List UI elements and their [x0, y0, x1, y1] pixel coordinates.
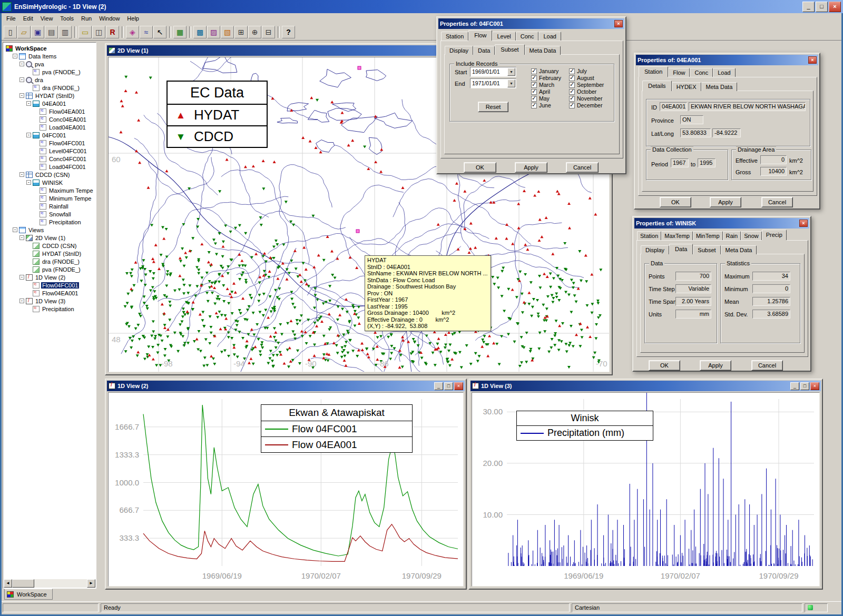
ok-button[interactable]: OK	[649, 360, 680, 371]
tree-item-conc04ea001[interactable]: Conc04EA001	[5, 115, 95, 123]
run-report-button[interactable]: R	[106, 26, 119, 38]
tab-level[interactable]: Level	[492, 32, 515, 41]
precip-chart-legend[interactable]: Winisk Precipitation (mm)	[516, 411, 653, 441]
color-scale-button[interactable]: ▨	[207, 26, 220, 38]
ok-button[interactable]: OK	[660, 197, 691, 207]
tab-details[interactable]: Details	[642, 81, 672, 91]
menu-run[interactable]: Run	[77, 14, 95, 23]
tab-hydex[interactable]: HYDEX	[672, 82, 701, 91]
tab-station[interactable]: Station	[441, 32, 468, 41]
tree-item-conc04fc001[interactable]: Conc04FC001	[5, 155, 95, 163]
tree-item-load04ea001[interactable]: Load04EA001	[5, 123, 95, 131]
tree-item-flow04fc001[interactable]: Flow04FC001	[5, 281, 95, 289]
minimize-button[interactable]: _	[790, 382, 799, 390]
tree-item-data-items[interactable]: -Data Items	[5, 52, 95, 60]
cancel-button[interactable]: Cancel	[761, 197, 793, 207]
apply-button[interactable]: Apply	[515, 162, 547, 173]
apply-button[interactable]: Apply	[710, 197, 741, 207]
tree-expander[interactable]: -	[13, 54, 17, 58]
maximize-button[interactable]: □	[800, 382, 809, 390]
tree-item-snowfall[interactable]: Snowfall	[5, 210, 95, 218]
frame-window-button[interactable]: ◫	[92, 26, 105, 38]
tree-item-views[interactable]: -Views	[5, 226, 95, 234]
tree-item-load04fc001[interactable]: Load04FC001	[5, 163, 95, 171]
close-button[interactable]: ×	[829, 2, 841, 12]
close-button[interactable]: ×	[808, 56, 817, 64]
tree-item-dra-fnode[interactable]: dra (FNODE_)	[5, 257, 95, 265]
menu-tools[interactable]: Tools	[56, 14, 77, 23]
month-checkbox-december[interactable]: December	[569, 102, 602, 108]
tree-expander[interactable]: -	[26, 133, 31, 137]
print-preview-button[interactable]: ▥	[58, 26, 72, 38]
tree-item-rainfall[interactable]: Rainfall	[5, 202, 95, 210]
dropdown-arrow-icon[interactable]: ▼	[507, 68, 515, 76]
tree-item-minimum-tempe[interactable]: Minimum Tempe	[5, 194, 95, 202]
start-date-combo[interactable]: 1969/01/01 ▼	[470, 67, 516, 77]
1d-view-2-titlebar[interactable]: 1D View (2) _ □ ×	[107, 381, 465, 391]
minimize-button[interactable]: _	[434, 382, 443, 390]
measure-button[interactable]: ▭	[79, 26, 92, 38]
tree-expander[interactable]: -	[19, 299, 24, 303]
help-button[interactable]: ?	[282, 26, 295, 38]
tree-item-level04fc001[interactable]: Level04FC001	[5, 147, 95, 155]
tab-station[interactable]: Station	[637, 231, 661, 240]
tree-item-dra-fnode[interactable]: dra (FNODE_)	[5, 84, 95, 92]
tab-display[interactable]: Display	[445, 46, 473, 55]
tree-expander[interactable]: -	[19, 77, 24, 82]
close-button[interactable]: ×	[810, 382, 819, 390]
main-titlebar[interactable]: EnSimHydrologic - 1D View (2) _ □ ×	[0, 0, 843, 13]
tab-precip[interactable]: Precip	[762, 230, 787, 240]
tab-conc[interactable]: Conc	[516, 32, 539, 41]
mesh-view-button[interactable]: ⊕	[248, 26, 261, 38]
menu-window[interactable]: Window	[95, 14, 123, 23]
month-checkbox-january[interactable]: January	[531, 68, 558, 74]
month-checkbox-february[interactable]: February	[531, 75, 561, 81]
tree-item-04fc001[interactable]: -04FC001	[5, 131, 95, 139]
apply-button[interactable]: Apply	[700, 360, 731, 371]
tree-expander[interactable]: -	[19, 275, 24, 280]
tab-meta-data[interactable]: Meta Data	[525, 46, 561, 55]
month-checkbox-july[interactable]: July	[569, 68, 587, 74]
cancel-button[interactable]: Cancel	[751, 360, 783, 371]
tab-maxtemp[interactable]: MaxTemp	[661, 231, 693, 240]
grid-view-button[interactable]: ⊞	[234, 26, 248, 38]
dialog-titlebar[interactable]: Properties of: 04FC001 ×	[438, 18, 624, 29]
tab-flow[interactable]: Flow	[668, 68, 690, 77]
close-button[interactable]: ×	[614, 20, 623, 27]
tree-item-precipitation[interactable]: Precipitation	[5, 218, 95, 226]
tab-subset[interactable]: Subset	[495, 44, 524, 55]
tree-item-hydat-stnid[interactable]: -HYDAT (StnID)	[5, 92, 95, 100]
tree-item-cdcd-csn[interactable]: -CDCD (CSN)	[5, 171, 95, 178]
open-file-button[interactable]: ▱	[17, 26, 31, 38]
menu-edit[interactable]: Edit	[19, 14, 37, 23]
close-button[interactable]: ×	[799, 220, 808, 227]
tree-item-winisk[interactable]: -WINISK	[5, 178, 95, 186]
workspace-tab[interactable]: WorkSpace	[4, 589, 53, 600]
tab-load[interactable]: Load	[538, 32, 561, 41]
tab-subset[interactable]: Subset	[693, 245, 720, 254]
tab-rain[interactable]: Rain	[723, 231, 741, 240]
tree-item-pva-fnode[interactable]: pva (FNODE_)	[5, 265, 95, 273]
scrollbar-track[interactable]	[12, 579, 87, 588]
month-checkbox-september[interactable]: September	[569, 82, 604, 88]
shaded-view-button[interactable]: ▧	[221, 26, 234, 38]
tree-item-precipitation[interactable]: Precipitation	[5, 305, 95, 313]
end-date-combo[interactable]: 1971/01/01 ▼	[470, 78, 516, 88]
tab-load[interactable]: Load	[713, 68, 735, 77]
cancel-button[interactable]: Cancel	[566, 162, 599, 173]
month-checkbox-june[interactable]: June	[531, 102, 551, 108]
menu-file[interactable]: File	[3, 14, 19, 23]
tree-item-dra[interactable]: -dra	[5, 76, 95, 84]
menu-help[interactable]: Help	[123, 14, 143, 23]
tree-item-cdcd-csn[interactable]: CDCD (CSN)	[5, 242, 95, 250]
map-legend[interactable]: EC Data ▲HYDAT▼CDCD	[166, 81, 268, 148]
month-checkbox-november[interactable]: November	[569, 95, 602, 102]
tab-meta-data[interactable]: Meta Data	[701, 82, 738, 91]
tree-item-maximum-tempe[interactable]: Maximum Tempe	[5, 186, 95, 194]
tree-item-2d-view-1[interactable]: -2D View (1)	[5, 234, 95, 242]
data-table-button[interactable]: ▦	[173, 26, 187, 38]
flow-chart-legend[interactable]: Ekwan & Atawapiskat Flow 04FC001 Flow 04…	[261, 404, 413, 453]
new-file-button[interactable]: ▯	[4, 26, 17, 38]
tree-item-workspace[interactable]: WorkSpace	[5, 44, 95, 52]
tree-expander[interactable]: -	[19, 93, 24, 98]
